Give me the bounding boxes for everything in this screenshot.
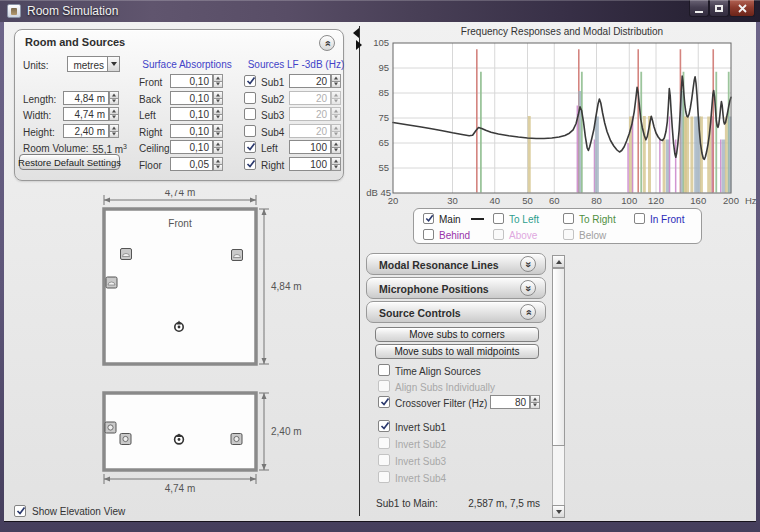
- legend-below-checkbox[interactable]: [563, 229, 574, 240]
- absorption-label: Left: [139, 110, 156, 121]
- splitter-collapse-left-icon[interactable]: [353, 28, 359, 38]
- expand-button[interactable]: »: [520, 280, 536, 296]
- window-title: Room Simulation: [27, 4, 118, 18]
- svg-text:75: 75: [378, 112, 389, 123]
- left-checkbox[interactable]: [244, 141, 256, 153]
- crossover-label: Crossover Filter (Hz): [395, 398, 487, 409]
- lf-header: LF -3dB (Hz): [287, 59, 343, 70]
- speaker-right-icon[interactable]: [232, 250, 243, 261]
- invert-sub1-checkbox[interactable]: [378, 420, 390, 432]
- scrollbar-thumb[interactable]: [552, 268, 565, 446]
- lf-spinner[interactable]: [331, 157, 341, 171]
- crossover-field[interactable]: 80: [490, 395, 530, 409]
- sub2-checkbox[interactable]: [244, 92, 256, 104]
- sub1-elevation-icon[interactable]: [105, 422, 116, 433]
- sub3-checkbox[interactable]: [244, 108, 256, 120]
- sources-header: Sources: [243, 59, 289, 70]
- width-field[interactable]: 4,74 m: [63, 107, 109, 121]
- units-select[interactable]: metres: [67, 56, 108, 72]
- speaker-left-elevation-icon[interactable]: [120, 434, 131, 445]
- sub1-icon[interactable]: [106, 277, 117, 288]
- align-subs-checkbox[interactable]: [378, 380, 390, 392]
- surface-absorptions-header: Surface Absorptions: [137, 59, 237, 70]
- svg-text:160: 160: [690, 195, 706, 206]
- length-spinner[interactable]: [109, 91, 119, 105]
- right-checkbox[interactable]: [244, 158, 256, 170]
- lf-field[interactable]: 20: [289, 91, 331, 105]
- absorption-spinner[interactable]: [213, 74, 223, 88]
- lf-spinner[interactable]: [331, 124, 341, 138]
- scrollbar-up-button[interactable]: [552, 255, 565, 268]
- invert-sub3-checkbox[interactable]: [378, 454, 390, 466]
- modal-resonance-lines-header[interactable]: Modal Resonance Lines »: [366, 253, 546, 275]
- legend-above-checkbox[interactable]: [493, 229, 504, 240]
- height-spinner[interactable]: [109, 124, 119, 138]
- chevron-down-icon: »: [523, 285, 534, 291]
- lf-spinner[interactable]: [331, 140, 341, 154]
- svg-text:40: 40: [489, 195, 500, 206]
- absorption-spinner[interactable]: [213, 124, 223, 138]
- absorption-field[interactable]: 0,10: [170, 107, 213, 121]
- room-and-sources-panel: Room and Sources » Units: metres Surface…: [14, 29, 344, 181]
- legend-to-left-checkbox[interactable]: [493, 213, 504, 224]
- units-dropdown-button[interactable]: [107, 56, 120, 72]
- absorption-spinner[interactable]: [213, 91, 223, 105]
- top-width-dimension: 4,74 m: [165, 190, 196, 198]
- lf-field[interactable]: 20: [289, 124, 331, 138]
- lf-field[interactable]: 20: [289, 107, 331, 121]
- legend-behind-label: Behind: [439, 230, 470, 241]
- speaker-right-elevation-icon[interactable]: [231, 434, 242, 445]
- sub4-checkbox[interactable]: [244, 125, 256, 137]
- absorption-field[interactable]: 0,05: [170, 157, 213, 171]
- collapse-panel-button[interactable]: »: [319, 35, 335, 51]
- lf-spinner[interactable]: [331, 91, 341, 105]
- invert-sub4-checkbox[interactable]: [378, 471, 390, 483]
- move-subs-midpoints-button[interactable]: Move subs to wall midpoints: [375, 344, 539, 359]
- expand-button[interactable]: »: [520, 256, 536, 272]
- sub1-checkbox[interactable]: [244, 75, 256, 87]
- height-field[interactable]: 2,40 m: [63, 124, 109, 138]
- minimize-button[interactable]: [689, 0, 709, 17]
- titlebar[interactable]: Room Simulation: [0, 0, 760, 22]
- legend-in-front-checkbox[interactable]: [634, 213, 645, 224]
- legend-behind-checkbox[interactable]: [423, 229, 434, 240]
- legend-main-checkbox[interactable]: [423, 213, 434, 224]
- lf-spinner[interactable]: [331, 74, 341, 88]
- absorption-field[interactable]: 0,10: [170, 91, 213, 105]
- speaker-left-icon[interactable]: [121, 249, 132, 260]
- lf-field[interactable]: 20: [289, 74, 331, 88]
- lf-spinner[interactable]: [331, 107, 341, 121]
- close-icon: [738, 4, 747, 13]
- scrollbar-down-button[interactable]: [552, 505, 565, 518]
- top-depth-dimension: 4,84 m: [271, 281, 302, 292]
- absorption-field[interactable]: 0,10: [170, 140, 213, 154]
- time-align-checkbox[interactable]: [378, 364, 390, 376]
- collapse-button[interactable]: »: [520, 304, 536, 320]
- microphone-positions-header[interactable]: Microphone Positions »: [366, 277, 546, 299]
- absorption-spinner[interactable]: [213, 140, 223, 154]
- main-content: Room and Sources » Units: metres Surface…: [4, 22, 756, 521]
- source-controls-header[interactable]: Source Controls »: [366, 301, 546, 323]
- maximize-button[interactable]: [709, 0, 729, 17]
- length-field[interactable]: 4,84 m: [63, 91, 109, 105]
- move-subs-corners-button[interactable]: Move subs to corners: [375, 327, 539, 342]
- svg-text:100: 100: [621, 195, 637, 206]
- svg-text:200: 200: [723, 195, 739, 206]
- absorption-spinner[interactable]: [213, 157, 223, 171]
- invert-sub2-checkbox[interactable]: [378, 437, 390, 449]
- legend-to-left-label: To Left: [509, 214, 539, 225]
- width-spinner[interactable]: [109, 107, 119, 121]
- legend-main-label: Main: [439, 214, 461, 225]
- lf-field[interactable]: 100: [289, 140, 331, 154]
- legend-to-right-checkbox[interactable]: [563, 213, 574, 224]
- absorption-spinner[interactable]: [213, 107, 223, 121]
- lf-field[interactable]: 100: [289, 157, 331, 171]
- absorption-field[interactable]: 0,10: [170, 124, 213, 138]
- crossover-checkbox[interactable]: [378, 396, 390, 408]
- absorption-field[interactable]: 0,10: [170, 74, 213, 88]
- restore-defaults-button[interactable]: Restore Default Settings: [19, 154, 120, 170]
- svg-text:50: 50: [522, 195, 533, 206]
- close-button[interactable]: [729, 0, 755, 17]
- crossover-spinner[interactable]: [530, 395, 540, 409]
- show-elevation-checkbox[interactable]: [14, 505, 26, 517]
